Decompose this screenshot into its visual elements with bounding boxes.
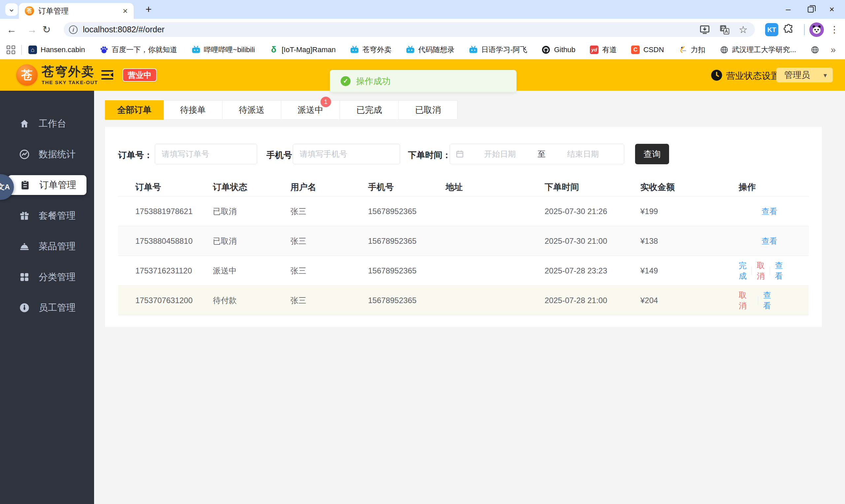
bookmark-baidu[interactable]: 百度一下，你就知道 bbox=[100, 45, 177, 55]
bookmark-whut-grad[interactable]: 武汉理工大学研究... bbox=[720, 45, 796, 55]
date-range-picker[interactable]: 开始日期 至 结束日期 bbox=[450, 144, 624, 164]
view-order-link[interactable]: 查看 bbox=[775, 260, 783, 281]
order-number-input[interactable] bbox=[155, 144, 257, 164]
bookmark-japanese[interactable]: 日语学习-阿飞 bbox=[469, 45, 527, 55]
baidu-paw-icon bbox=[100, 46, 108, 54]
business-status-setting[interactable]: 营业状态设置 bbox=[726, 70, 780, 82]
brand-logo: 苍 bbox=[16, 64, 38, 86]
sidebar-collapse-icon[interactable] bbox=[101, 70, 113, 79]
translate-icon[interactable] bbox=[719, 24, 730, 35]
bookmark-raman[interactable]: δ[IoT-Mag]Raman bbox=[269, 46, 336, 54]
bookmark-bilibili[interactable]: 哔哩哔哩~bilibili bbox=[192, 45, 255, 55]
view-order-link[interactable]: 查看 bbox=[763, 290, 777, 311]
view-order-link[interactable]: 查看 bbox=[761, 206, 777, 217]
browser-tab[interactable]: 苍 订单管理 × bbox=[19, 3, 134, 19]
sidebar-item-categories[interactable]: 分类管理 bbox=[0, 267, 94, 287]
business-status-badge: 营业中 bbox=[122, 68, 157, 82]
cell-order-id: 1753716231120 bbox=[118, 266, 196, 275]
start-date-input[interactable]: 开始日期 bbox=[464, 149, 536, 159]
search-button[interactable]: 查询 bbox=[635, 144, 669, 164]
sidebar-item-label: 套餐管理 bbox=[39, 210, 75, 222]
bookmarks-divider bbox=[21, 45, 22, 55]
col-phone: 手机号 bbox=[351, 181, 428, 193]
cell-time: 2025-07-28 21:00 bbox=[527, 296, 623, 305]
tab-delivering[interactable]: 派送中1 bbox=[281, 100, 340, 120]
window-restore-button[interactable] bbox=[800, 0, 821, 19]
calendar-icon bbox=[455, 149, 464, 159]
complete-order-link[interactable]: 完成 bbox=[739, 260, 746, 281]
tab-cancelled[interactable]: 已取消 bbox=[399, 100, 457, 120]
bookmark-sky-takeout[interactable]: 苍穹外卖 bbox=[350, 45, 391, 55]
tab-pending-delivery[interactable]: 待派送 bbox=[223, 100, 281, 120]
table-row: 1753707631200 待付款 张三 15678952365 2025-07… bbox=[118, 286, 809, 315]
cell-phone: 15678952365 bbox=[351, 296, 428, 305]
sidebar-item-workbench[interactable]: 工作台 bbox=[0, 114, 94, 133]
orders-card: 订单号： 手机号： 下单时间： 开始日期 至 结束日期 查询 订单号 订单状态 bbox=[105, 127, 822, 327]
site-info-icon[interactable]: i bbox=[69, 25, 77, 34]
cancel-order-link[interactable]: 取消 bbox=[757, 260, 765, 281]
admin-dropdown[interactable]: 管理员 ▾ bbox=[776, 68, 833, 83]
tab-all-orders[interactable]: 全部订单 bbox=[105, 100, 164, 120]
tab-pending-accept[interactable]: 待接单 bbox=[164, 100, 223, 120]
address-bar[interactable]: i localhost:8082/#/order ☆ bbox=[64, 22, 755, 37]
github-icon bbox=[542, 46, 550, 54]
col-user: 用户名 bbox=[273, 181, 351, 193]
cell-order-id: 1753881978621 bbox=[118, 207, 196, 216]
table-header-row: 订单号 订单状态 用户名 手机号 地址 下单时间 实收金额 操作 bbox=[118, 178, 809, 197]
bookmark-csdn[interactable]: CCSDN bbox=[631, 46, 664, 54]
new-tab-button[interactable]: + bbox=[142, 3, 155, 16]
youdao-icon: yd bbox=[590, 46, 598, 54]
date-range-to-label: 至 bbox=[536, 149, 548, 159]
window-close-button[interactable]: × bbox=[821, 0, 842, 19]
view-order-link[interactable]: 查看 bbox=[761, 236, 777, 246]
content-area: 全部订单 待接单 待派送 派送中1 已完成 已取消 订单号： 手机号： 下单时间… bbox=[94, 91, 845, 504]
kt-extension-icon[interactable]: KT bbox=[765, 23, 778, 36]
apps-grid-icon[interactable] bbox=[6, 46, 15, 54]
cell-amount: ¥199 bbox=[623, 207, 739, 216]
install-app-icon[interactable] bbox=[699, 24, 710, 35]
home-icon bbox=[19, 119, 30, 129]
bookmark-code-notes[interactable]: 代码随想录 bbox=[406, 45, 455, 55]
col-status: 订单状态 bbox=[196, 181, 273, 193]
cell-amount: ¥138 bbox=[623, 236, 739, 246]
sidebar-item-label: 菜品管理 bbox=[39, 240, 75, 253]
bookmark-star-icon[interactable]: ☆ bbox=[739, 24, 747, 35]
sidebar-item-statistics[interactable]: 数据统计 bbox=[0, 144, 94, 164]
cancel-order-link[interactable]: 取消 bbox=[739, 290, 753, 311]
browser-menu-kebab-icon[interactable]: ⋮ bbox=[828, 23, 841, 37]
sidebar-item-dishes[interactable]: 菜品管理 bbox=[0, 236, 94, 256]
forward-button[interactable]: → bbox=[25, 23, 39, 37]
window-minimize-button[interactable]: – bbox=[778, 0, 799, 19]
tab-completed[interactable]: 已完成 bbox=[340, 100, 399, 120]
clipboard-icon bbox=[20, 180, 30, 190]
bookmark-youdao[interactable]: yd有道 bbox=[590, 45, 617, 55]
sidebar-item-setmeal[interactable]: 套餐管理 bbox=[0, 206, 94, 226]
reload-button[interactable]: ↻ bbox=[40, 23, 53, 37]
table-row: 1753716231120 派送中 张三 15678952365 2025-07… bbox=[118, 256, 809, 286]
sidebar-item-employees[interactable]: 员工管理 bbox=[0, 298, 94, 318]
tab-search-chevron-icon[interactable]: ⌄ bbox=[5, 3, 18, 16]
sidebar-item-orders[interactable]: 订单管理 bbox=[8, 175, 87, 195]
cell-status: 派送中 bbox=[196, 266, 273, 276]
bookmark-whut-cs[interactable]: 武理计算机学院 bbox=[811, 45, 822, 55]
bilibili-icon bbox=[192, 46, 200, 54]
clock-icon bbox=[710, 69, 723, 82]
back-button[interactable]: ← bbox=[5, 23, 18, 37]
sidebar: 工作台 数据统计 订单管理 套餐管理 菜品管理 分类管理 bbox=[0, 91, 94, 504]
bookmark-github[interactable]: Github bbox=[542, 46, 575, 54]
col-amount: 实收金额 bbox=[623, 181, 739, 193]
tab-close-icon[interactable]: × bbox=[123, 6, 128, 15]
url-text[interactable]: localhost:8082/#/order bbox=[83, 25, 699, 34]
extensions-puzzle-icon[interactable] bbox=[783, 23, 794, 35]
employee-tie-icon bbox=[19, 303, 30, 313]
success-toast: ✓ 操作成功 bbox=[330, 70, 516, 92]
bookmark-hansen[interactable]: ⌂Hansen.cabin bbox=[29, 46, 85, 54]
phone-input[interactable] bbox=[293, 144, 400, 164]
chevron-down-icon: ▾ bbox=[824, 71, 827, 79]
globe-icon bbox=[720, 46, 728, 54]
end-date-input[interactable]: 结束日期 bbox=[548, 149, 619, 159]
restore-icon bbox=[808, 6, 814, 13]
bookmarks-overflow-icon[interactable]: » bbox=[830, 44, 836, 55]
profile-avatar[interactable] bbox=[809, 22, 824, 37]
bookmark-leetcode[interactable]: 力扣 bbox=[679, 45, 705, 55]
